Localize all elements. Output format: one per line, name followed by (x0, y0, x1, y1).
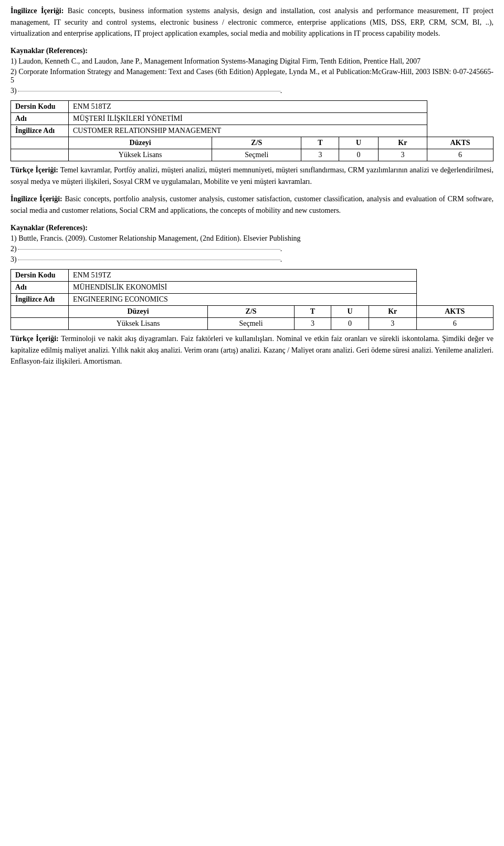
akts-col-header: AKTS (427, 137, 494, 149)
turkce-icerik-518: Türkçe İçeriği: Temel kavramlar, Portföy… (10, 164, 494, 187)
u-value-519: 0 (331, 317, 369, 329)
references-block-518: Kaynaklar (References): 1) Buttle, Franc… (10, 224, 494, 264)
ingilizce-adi-label-518: İngilizce Adı (11, 125, 69, 137)
zs-col-header: Z/S (212, 137, 301, 149)
u-col-header: U (339, 137, 378, 149)
zs-value-518: Seçmeli (212, 149, 301, 161)
duzey-value-518: Yüksek Lisans (69, 149, 212, 161)
adi-label-519: Adı (11, 281, 69, 293)
akts-col-header-519: AKTS (416, 305, 493, 317)
references-block-1: Kaynaklar (References): 1) Laudon, Kenne… (10, 47, 494, 95)
dersin-kodu-value-518: ENM 518TZ (69, 101, 427, 113)
ingilizce-icerik-518: İngilizce İçeriği: Basic concepts, portf… (10, 193, 494, 216)
u-col-header-519: U (331, 305, 369, 317)
dersin-kodu-value-519: ENM 519TZ (69, 269, 417, 281)
references-heading-1: Kaynaklar (References): (10, 47, 494, 55)
course-518-adi-row: Adı MÜŞTERİ İLİŞKİLERİ YÖNETİMİ (11, 113, 494, 125)
ref3-518: 3). (10, 255, 494, 264)
course-519-adi-row: Adı MÜHENDİSLİK EKONOMİSİ (11, 281, 494, 293)
dersin-kodu-label-519: Dersin Kodu (11, 269, 69, 281)
ref2-518: 2). (10, 245, 494, 253)
t-value-518: 3 (301, 149, 339, 161)
course-519-col-headers: Düzeyi Z/S T U Kr AKTS (11, 305, 494, 317)
u-value-518: 0 (339, 149, 378, 161)
akts-value-518: 6 (427, 149, 494, 161)
course-518-col-headers: Düzeyi Z/S T U Kr AKTS (11, 137, 494, 149)
ingilizce-icerik-block: İngilizce İçeriği: Basic concepts, busin… (10, 5, 494, 39)
ingilizce-adi-value-518: CUSTOMER RELATIONSHIP MANAGEMENT (69, 125, 427, 137)
kr-col-header: Kr (378, 137, 427, 149)
ingilizce-label-518: İngilizce İçeriği: (10, 195, 62, 203)
kr-value-518: 3 (378, 149, 427, 161)
adi-value-519: MÜHENDİSLİK EKONOMİSİ (69, 281, 417, 293)
t-col-header: T (301, 137, 339, 149)
course-518-ingilizce-adi-row: İngilizce Adı CUSTOMER RELATIONSHIP MANA… (11, 125, 494, 137)
course-519-kodu-row: Dersin Kodu ENM 519TZ (11, 269, 494, 281)
adi-label-518: Adı (11, 113, 69, 125)
ref1-1: 1) Laudon, Kenneth C., and Laudon, Jane … (10, 57, 494, 66)
ingilizce-adi-value-519: ENGINEERING ECONOMICS (69, 293, 417, 305)
t-value-519: 3 (295, 317, 331, 329)
course-519-table: Dersin Kodu ENM 519TZ Adı MÜHENDİSLİK EK… (10, 269, 494, 330)
ref3-1: 3). (10, 87, 494, 95)
ingilizce-text-518: Basic concepts, portfolio analysis, cust… (10, 195, 494, 214)
ref2-1: 2) Corporate Information Strategy and Ma… (10, 68, 494, 85)
turkce-icerik-519: Türkçe İçeriği: Terminoloji ve nakit akı… (10, 333, 494, 367)
ingilizce-adi-label-519: İngilizce Adı (11, 293, 69, 305)
references-heading-518: Kaynaklar (References): (10, 224, 494, 232)
turkce-text-518: Temel kavramlar, Portföy analizi, müşter… (10, 166, 494, 185)
ingilizce-text: Basic concepts, business information sys… (10, 7, 494, 37)
turkce-text-519: Terminoloji ve nakit akış diyagramları. … (10, 335, 494, 365)
ingilizce-label: İngilizce İçeriği: (10, 7, 64, 15)
duzey-value-519: Yüksek Lisans (69, 317, 208, 329)
zs-col-header-519: Z/S (208, 305, 295, 317)
ref1-518: 1) Buttle, Francis. (2009). Customer Rel… (10, 234, 494, 243)
course-519-ingilizce-adi-row: İngilizce Adı ENGINEERING ECONOMICS (11, 293, 494, 305)
zs-value-519: Seçmeli (208, 317, 295, 329)
course-518-table: Dersin Kodu ENM 518TZ Adı MÜŞTERİ İLİŞKİ… (10, 100, 494, 161)
adi-value-518: MÜŞTERİ İLİŞKİLERİ YÖNETİMİ (69, 113, 427, 125)
kr-col-header-519: Kr (369, 305, 417, 317)
duzey-col-header: Düzeyi (69, 137, 212, 149)
course-518-values-row: Yüksek Lisans Seçmeli 3 0 3 6 (11, 149, 494, 161)
turkce-label-519: Türkçe İçeriği: (10, 335, 59, 343)
t-col-header-519: T (295, 305, 331, 317)
turkce-label-518: Türkçe İçeriği: (10, 166, 58, 174)
kr-value-519: 3 (369, 317, 417, 329)
akts-value-519: 6 (416, 317, 493, 329)
course-519-values-row: Yüksek Lisans Seçmeli 3 0 3 6 (11, 317, 494, 329)
course-518-kodu-row: Dersin Kodu ENM 518TZ (11, 101, 494, 113)
dersin-kodu-label-518: Dersin Kodu (11, 101, 69, 113)
duzey-col-header-519: Düzeyi (69, 305, 208, 317)
